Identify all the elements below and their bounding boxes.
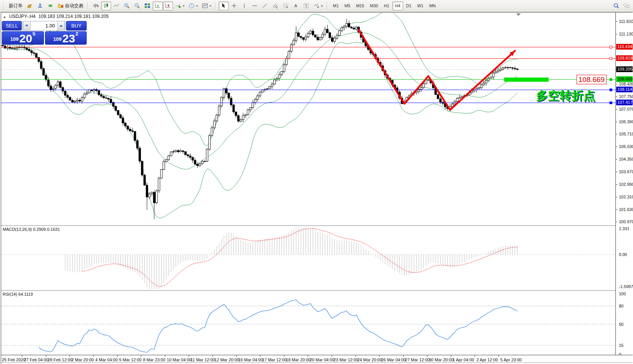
fibonacci-button[interactable]: F — [281, 2, 291, 10]
bar-chart-button[interactable] — [91, 2, 101, 10]
time-tick — [46, 355, 46, 357]
panel-separator[interactable] — [1, 290, 633, 292]
shapes-button[interactable]: ▾ — [312, 2, 325, 10]
timeframe-D1[interactable]: D1 — [404, 2, 414, 10]
rsi-panel: RSI(14) 64.1119 — [1, 291, 615, 355]
line-chart-button[interactable] — [111, 2, 121, 10]
buy-button[interactable]: BUY — [66, 21, 87, 31]
time-tick — [403, 355, 404, 357]
channel-icon: E — [272, 3, 278, 9]
gold-button[interactable] — [25, 2, 35, 10]
time-tick — [498, 355, 499, 357]
timeframe-M15[interactable]: M15 — [354, 2, 367, 10]
macd-axis-label: -1.5997 — [619, 284, 633, 289]
time-tick — [475, 355, 475, 357]
zoom-out-button[interactable] — [132, 2, 142, 10]
timeframe-MN[interactable]: MN — [426, 2, 438, 10]
axis-tick-label: 104.350 — [619, 157, 633, 161]
volume-input[interactable]: 1.00 — [31, 21, 57, 30]
chart-window: ▲ USDJPY-,H4 109.183 109.214 109.181 109… — [1, 12, 633, 364]
time-label: 30 Mar 20:00 — [429, 358, 454, 362]
time-label: 20 Mar 04:00 — [310, 358, 334, 362]
crosshair-button[interactable] — [229, 2, 239, 10]
panel-separator[interactable] — [1, 225, 633, 227]
timeframe-W1[interactable]: W1 — [415, 2, 426, 10]
time-label: 27 Feb 04:00 — [24, 358, 48, 362]
tile-windows-button[interactable] — [142, 2, 152, 10]
horizontal-line-button[interactable] — [250, 2, 260, 10]
main-chart-panel: ▲ USDJPY-,H4 109.183 109.214 109.181 109… — [1, 13, 615, 225]
timeframe-M30[interactable]: M30 — [367, 2, 381, 10]
sell-button[interactable]: SELL — [2, 21, 22, 31]
time-label: 4 Mar 04:00 — [95, 358, 118, 362]
price-badge: 109.205 — [616, 66, 633, 72]
chat-button[interactable] — [622, 2, 631, 10]
new-order-button[interactable]: 新订单 — [7, 2, 24, 10]
axis-tick — [616, 184, 617, 185]
chart-shift-marker[interactable] — [516, 13, 521, 16]
highlight-zone[interactable] — [504, 77, 549, 82]
tile-icon — [144, 3, 150, 9]
timeframe-M1[interactable]: M1 — [330, 2, 341, 10]
price-level-label[interactable]: 108.669 — [576, 75, 607, 84]
vertical-line-button[interactable] — [239, 2, 249, 10]
turning-point-annotation[interactable]: 多空转折点 — [536, 88, 595, 104]
auto-scroll-button[interactable] — [153, 2, 163, 10]
letterA-icon: A — [293, 3, 299, 9]
axis-tick — [616, 122, 617, 122]
axis-tick-label: 102.310 — [619, 195, 633, 199]
rsi-line — [39, 300, 518, 352]
cursor-button[interactable] — [219, 2, 229, 10]
macd-panel: MACD(12,26,9) 0.2909 0.1631 — [1, 226, 615, 290]
dropdown-arrow-icon[interactable]: ▾ — [321, 4, 323, 8]
templates-button[interactable]: ▾ — [200, 2, 213, 10]
time-axis[interactable]: 25 Feb 202027 Feb 04:0028 Feb 12:002 Mar… — [1, 355, 633, 363]
arrows-tool-button[interactable]: A — [291, 2, 301, 10]
zoom-in-button[interactable] — [122, 2, 132, 10]
zoomout-icon — [134, 3, 140, 9]
chevron-up-icon — [60, 25, 63, 27]
chart-header: ▲ USDJPY-,H4 109.183 109.214 109.181 109… — [3, 14, 108, 19]
axis-tick-label: 107.750 — [619, 94, 633, 99]
search-button[interactable] — [611, 2, 621, 10]
time-tick — [213, 355, 213, 357]
price-axis[interactable]: 111.810111.130108.430107.750107.070106.3… — [615, 13, 633, 355]
volume-up-button[interactable] — [57, 21, 65, 30]
axis-tick-label: 105.030 — [619, 144, 633, 149]
profile-button[interactable] — [35, 2, 45, 10]
time-tick — [284, 355, 284, 357]
timeframe-H4[interactable]: H4 — [392, 2, 403, 10]
chart-shift-button[interactable] — [163, 2, 173, 10]
macd-chart — [1, 226, 615, 290]
autotrading-button[interactable]: 自动交易 — [56, 2, 85, 10]
dropdown-arrow-icon[interactable]: ▾ — [210, 4, 211, 8]
svg-text:T: T — [305, 4, 307, 8]
buy-price[interactable]: 109232 — [45, 31, 87, 45]
signals-button[interactable] — [45, 2, 55, 10]
new-order-label: 新订单 — [9, 3, 23, 9]
rsi-axis-label: 50 — [619, 322, 623, 327]
timeframe-H1[interactable]: H1 — [381, 2, 392, 10]
axis-tick-label: 111.130 — [619, 32, 633, 36]
time-tick — [332, 355, 332, 357]
dropdown-arrow-icon[interactable]: ▾ — [183, 4, 184, 8]
timeframe-M5[interactable]: M5 — [342, 2, 353, 10]
sell-price[interactable]: 109205 — [2, 31, 44, 45]
collapse-icon[interactable]: ▲ — [3, 15, 6, 19]
time-tick — [308, 355, 308, 357]
time-tick — [379, 355, 379, 357]
vline-icon — [241, 3, 247, 9]
periods-button[interactable]: ▾ — [187, 2, 200, 10]
horizontal-level-lines[interactable] — [1, 46, 615, 104]
toolbar: 新订单自动交易▾▾▾EFAT▾M1M5M15M30H1H4D1W1MN — [0, 0, 633, 12]
price-badge: 108.669 — [616, 76, 633, 82]
dropdown-arrow-icon[interactable]: ▾ — [196, 4, 198, 8]
trend-line-button[interactable] — [260, 2, 270, 10]
axis-tick-label: 103.670 — [619, 169, 633, 174]
equidistant-channel-button[interactable]: E — [270, 2, 280, 10]
hline-icon — [252, 3, 258, 9]
indicators-button[interactable]: ▾ — [173, 2, 186, 10]
candlestick-chart-button[interactable] — [101, 2, 111, 10]
volume-down-button[interactable] — [23, 21, 31, 30]
text-tool-button[interactable]: T — [301, 2, 311, 10]
